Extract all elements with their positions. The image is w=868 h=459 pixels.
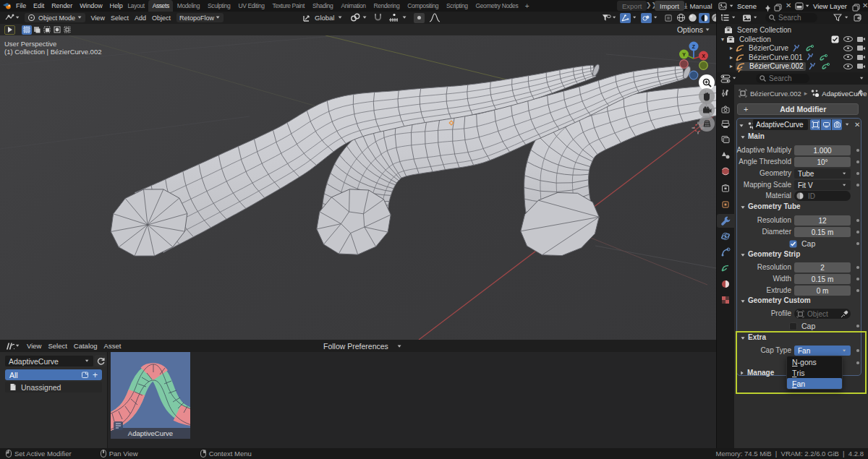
svg-text:X: X bbox=[702, 53, 705, 59]
svg-text:Z: Z bbox=[692, 44, 696, 49]
svg-text:Y: Y bbox=[682, 52, 686, 57]
